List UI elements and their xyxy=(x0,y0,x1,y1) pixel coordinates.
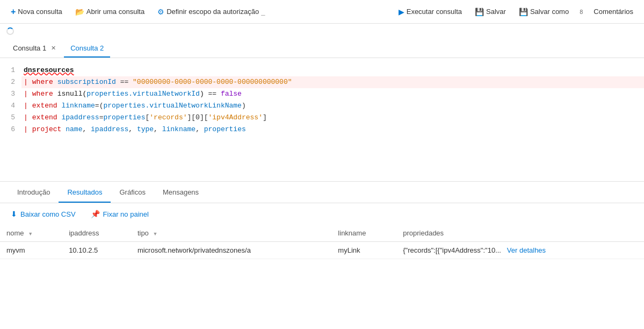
tab-mensagens[interactable]: Mensagens xyxy=(154,183,207,203)
str-ipv4: 'ipv4Address' xyxy=(208,112,263,124)
kw-project: project xyxy=(32,124,66,135)
var-linkname: linkname xyxy=(61,100,95,112)
results-table: nome ▼ ipaddress tipo ▼ linkname proprie… xyxy=(0,225,644,259)
results-table-wrapper: nome ▼ ipaddress tipo ▼ linkname proprie… xyxy=(0,225,644,259)
fn-close: ) xyxy=(200,88,204,100)
download-icon: ⬇ xyxy=(11,210,17,218)
code-line-3: | where isnull( properties.virtualNetwor… xyxy=(21,88,644,100)
tab-resultados[interactable]: Resultados xyxy=(59,183,111,203)
prop-linkname: properties.virtualNetworkLinkName xyxy=(103,100,241,112)
col-header-tipo[interactable]: tipo ▼ xyxy=(131,225,331,242)
pipe-5: | xyxy=(24,112,28,124)
pin-icon: 📌 xyxy=(91,210,100,218)
kw-extend-5: extend xyxy=(32,112,62,124)
prop-preview: {"records":[{"ipv4Address":"10... xyxy=(403,246,501,254)
line-number-5: 5 xyxy=(0,112,15,124)
code-line-5: | extend ipaddress = properties [ 'recor… xyxy=(21,112,644,124)
save-icon: 💾 xyxy=(475,8,484,16)
tab-introducao-label: Introdução xyxy=(17,188,50,196)
code-editor[interactable]: 1 2 3 4 5 6 dnsresources | where subscri… xyxy=(0,58,644,182)
tab-consulta1-label: Consulta 1 xyxy=(13,44,46,52)
cell-tipo: microsoft.network/privatednszones/a xyxy=(131,242,331,259)
code-line-1: dnsresources xyxy=(21,65,644,76)
pin-panel-button[interactable]: 📌 Fixar no painel xyxy=(89,209,151,219)
tab-mensagens-label: Mensagens xyxy=(163,188,199,196)
plus-icon: + xyxy=(11,7,16,17)
line-number-4: 4 xyxy=(0,100,15,112)
var-ipaddress: ipaddress xyxy=(61,112,99,124)
kw-extend-4: extend xyxy=(32,100,62,112)
bottom-panel: Introdução Resultados Gráficos Mensagens… xyxy=(0,182,644,259)
save-label: Salvar xyxy=(486,8,506,16)
run-query-button[interactable]: ▶ Executar consulta xyxy=(394,5,466,18)
op-assign-4: =( xyxy=(95,100,104,112)
save-as-button[interactable]: 💾 Salvar como xyxy=(515,5,573,18)
proj-properties: properties xyxy=(204,124,246,135)
ver-detalhes-link[interactable]: Ver detalhes xyxy=(507,246,546,254)
comment-count: 8 xyxy=(577,9,585,15)
kw-where-2: where xyxy=(32,76,57,88)
tab-consulta2[interactable]: Consulta 2 xyxy=(64,40,110,58)
proj-ipaddress: ipaddress xyxy=(91,124,128,135)
result-tabs: Introdução Resultados Gráficos Mensagens xyxy=(0,182,644,203)
pipe-6: | xyxy=(24,124,28,135)
code-lines[interactable]: dnsresources | where subscriptionId == "… xyxy=(21,58,644,181)
code-line-2: | where subscriptionId == "00000000-0000… xyxy=(21,76,644,88)
prop-virtualnetworkid: properties.virtualNetworkId xyxy=(86,88,200,100)
comma-3: , xyxy=(154,124,162,135)
sort-icon-tipo: ▼ xyxy=(153,231,157,237)
tab-consulta2-label: Consulta 2 xyxy=(70,44,104,52)
new-query-button[interactable]: + Nova consulta xyxy=(6,5,67,19)
new-query-label: Nova consulta xyxy=(18,8,62,16)
save-as-label: Salvar como xyxy=(530,8,569,16)
pipe-4: | xyxy=(24,100,28,112)
col-header-propriedades[interactable]: propriedades xyxy=(396,225,644,242)
bracket-1: [ xyxy=(145,112,149,124)
table-header-row: nome ▼ ipaddress tipo ▼ linkname proprie… xyxy=(0,225,644,242)
val-false: false xyxy=(221,88,242,100)
code-line-4: | extend linkname =( properties.virtualN… xyxy=(21,100,644,112)
op-eq-2: == xyxy=(116,76,133,88)
open-query-label: Abrir uma consulta xyxy=(86,8,144,16)
set-scope-label: Definir escopo da autorização xyxy=(167,8,259,16)
comments-label: Comentários xyxy=(594,8,633,16)
line-numbers: 1 2 3 4 5 6 xyxy=(0,58,21,181)
str-records: 'records' xyxy=(149,112,187,124)
close-paren-4: ) xyxy=(242,100,246,112)
cell-propriedades: {"records":[{"ipv4Address":"10... Ver de… xyxy=(396,242,644,259)
download-label: Baixar como CSV xyxy=(20,210,76,218)
tab-introducao[interactable]: Introdução xyxy=(9,183,59,203)
tab-consulta1[interactable]: Consulta 1 ✕ xyxy=(6,40,64,58)
proj-type: type xyxy=(137,124,154,135)
sort-icon-nome: ▼ xyxy=(28,231,33,237)
col-header-ipaddress[interactable]: ipaddress xyxy=(62,225,131,242)
pipe-2: | xyxy=(24,76,28,88)
cell-linkname: myLink xyxy=(331,242,396,259)
col-header-nome[interactable]: nome ▼ xyxy=(0,225,62,242)
tab-graficos[interactable]: Gráficos xyxy=(111,183,154,203)
set-scope-button[interactable]: ⚙ Definir escopo da autorização _ xyxy=(153,5,269,18)
proj-name: name xyxy=(66,124,82,135)
folder-icon: 📂 xyxy=(75,8,84,16)
download-csv-button[interactable]: ⬇ Baixar como CSV xyxy=(9,209,78,219)
line-number-1: 1 xyxy=(0,65,15,76)
cell-ipaddress: 10.10.2.5 xyxy=(62,242,131,259)
open-query-button[interactable]: 📂 Abrir uma consulta xyxy=(71,5,149,18)
query-tabs: Consulta 1 ✕ Consulta 2 xyxy=(0,39,644,58)
comments-button[interactable]: Comentários xyxy=(589,5,638,18)
toolbar: + Nova consulta 📂 Abrir uma consulta ⚙ D… xyxy=(0,0,644,24)
tab-resultados-label: Resultados xyxy=(67,188,102,196)
comma-4: , xyxy=(196,124,204,135)
code-token-dnsresources: dnsresources xyxy=(24,65,74,76)
kw-subscriptionid: subscriptionId xyxy=(57,76,116,88)
table-row: myvm 10.10.2.5 microsoft.network/private… xyxy=(0,242,644,259)
tab-consulta1-close[interactable]: ✕ xyxy=(49,44,57,52)
col-header-linkname[interactable]: linkname xyxy=(331,225,396,242)
bracket-3: ] xyxy=(263,112,267,124)
gear-icon: ⚙ xyxy=(157,8,164,16)
tab-graficos-label: Gráficos xyxy=(119,188,145,196)
line-number-3: 3 xyxy=(0,88,15,100)
proj-linkname: linkname xyxy=(162,124,196,135)
op-eq-3: == xyxy=(204,88,221,100)
save-button[interactable]: 💾 Salvar xyxy=(471,5,510,18)
